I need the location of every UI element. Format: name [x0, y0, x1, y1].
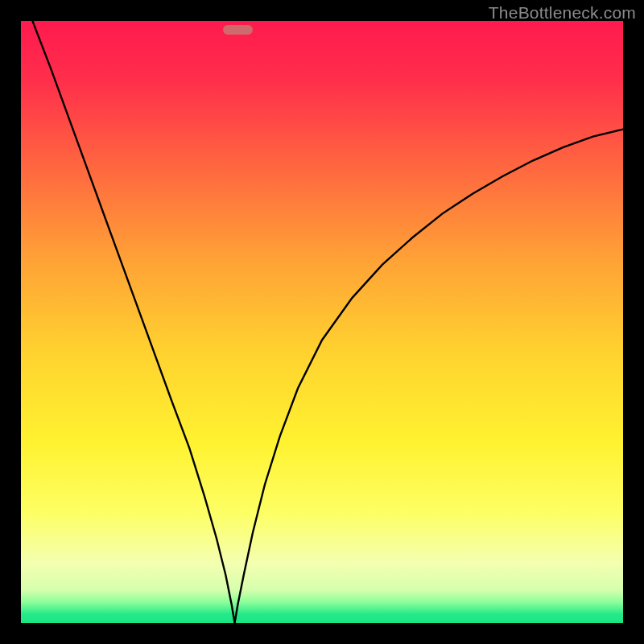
- bottleneck-curve: [21, 21, 623, 623]
- optimum-marker: [223, 25, 253, 35]
- plot-area: [21, 21, 623, 623]
- watermark-text: TheBottleneck.com: [489, 3, 636, 23]
- outer-frame: TheBottleneck.com: [0, 0, 644, 644]
